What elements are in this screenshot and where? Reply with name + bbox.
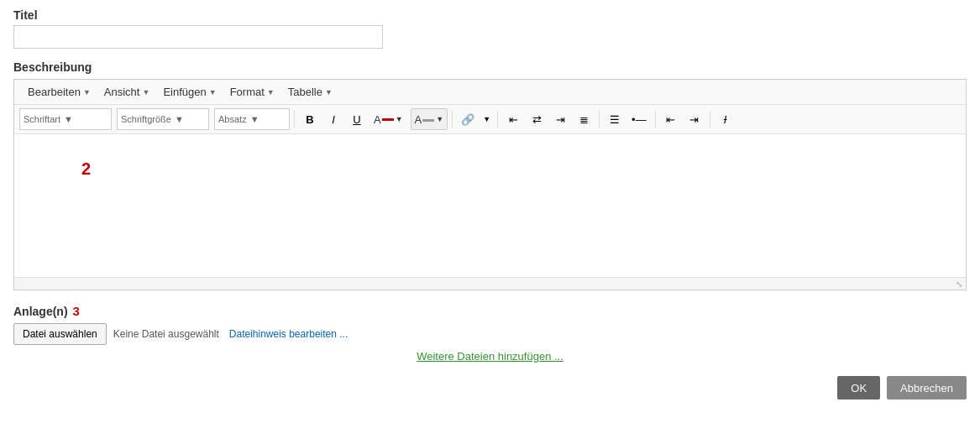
edit-hint-link[interactable]: Dateihinweis bearbeiten ... (229, 328, 348, 340)
font-size-select[interactable]: Schriftgröße ▼ (117, 108, 209, 130)
font-color-arrow[interactable]: ▼ (396, 115, 403, 123)
toolbar-sep-3 (497, 111, 498, 128)
editor-placeholder-number: 2 (81, 159, 91, 179)
align-right-icon: ⇥ (556, 113, 565, 126)
ansicht-arrow: ▼ (142, 88, 149, 97)
einfuegen-arrow: ▼ (209, 88, 217, 97)
anlage-label: Anlage(n) 3 (13, 304, 967, 318)
highlight-color-button[interactable]: A ▼ (411, 108, 448, 130)
add-files-link[interactable]: Weitere Dateien hinzufügen ... (13, 350, 967, 363)
link-button[interactable]: 🔗 (457, 108, 479, 130)
ok-button[interactable]: OK (837, 376, 880, 400)
ordered-list-button[interactable]: ☰ (604, 108, 626, 130)
align-right-button[interactable]: ⇥ (549, 108, 571, 130)
font-color-indicator (382, 118, 394, 121)
toolbar-sep-6 (710, 111, 710, 128)
anlage-row: Datei auswählen Keine Datei ausgewählt D… (13, 323, 967, 345)
editor-container: Bearbeiten ▼ Ansicht ▼ Einfügen ▼ Format… (13, 79, 967, 290)
unordered-list-icon: •— (631, 113, 647, 126)
outdent-icon: ⇤ (666, 113, 675, 126)
add-files-row[interactable]: Weitere Dateien hinzufügen ... (13, 350, 967, 363)
align-left-button[interactable]: ⇤ (502, 108, 524, 130)
align-center-icon: ⇄ (532, 113, 542, 126)
highlight-color-arrow[interactable]: ▼ (436, 115, 443, 123)
font-family-select[interactable]: Schriftart ▼ (19, 108, 112, 130)
italic-button[interactable]: I (322, 108, 344, 130)
bold-button[interactable]: B (299, 108, 321, 130)
indent-button[interactable]: ⇥ (684, 108, 705, 130)
menu-tabelle[interactable]: Tabelle ▼ (281, 83, 339, 101)
anlage-section: Anlage(n) 3 Datei auswählen Keine Datei … (13, 304, 967, 363)
align-center-button[interactable]: ⇄ (526, 108, 548, 130)
paragraph-select[interactable]: Absatz ▼ (214, 108, 290, 130)
beschreibung-label: Beschreibung (13, 60, 967, 74)
menu-format[interactable]: Format ▼ (223, 83, 281, 101)
font-color-button[interactable]: A ▼ (369, 108, 407, 130)
menu-einfuegen[interactable]: Einfügen ▼ (156, 83, 223, 101)
titel-input[interactable] (13, 25, 383, 49)
editor-menubar: Bearbeiten ▼ Ansicht ▼ Einfügen ▼ Format… (14, 80, 966, 105)
outdent-button[interactable]: ⇤ (660, 108, 682, 130)
menu-ansicht[interactable]: Ansicht ▼ (97, 83, 157, 101)
align-justify-icon: ≣ (579, 113, 589, 126)
clear-format-button[interactable]: I (715, 108, 736, 130)
link-dropdown-button[interactable]: ▼ (480, 108, 493, 130)
ordered-list-icon: ☰ (610, 113, 620, 126)
clear-format-icon: I (724, 113, 727, 126)
file-choose-button[interactable]: Datei auswählen (13, 323, 107, 345)
underline-button[interactable]: U (346, 108, 368, 130)
editor-toolbar: Schriftart ▼ Schriftgröße ▼ Absatz ▼ B I… (14, 105, 966, 134)
format-arrow: ▼ (267, 88, 275, 97)
menu-bearbeiten[interactable]: Bearbeiten ▼ (21, 83, 97, 101)
link-dropdown-arrow: ▼ (483, 115, 490, 123)
align-justify-button[interactable]: ≣ (573, 108, 595, 130)
link-icon: 🔗 (461, 113, 474, 126)
toolbar-sep-5 (655, 111, 656, 128)
tabelle-arrow: ▼ (325, 88, 333, 97)
toolbar-sep-2 (452, 111, 453, 128)
titel-label-text: Titel (13, 8, 38, 22)
bottom-buttons: OK Abbrechen (13, 376, 967, 400)
align-left-icon: ⇤ (509, 113, 518, 126)
anlage-number: 3 (73, 304, 80, 318)
resize-handle-icon[interactable]: ⤡ (956, 279, 964, 288)
no-file-text: Keine Datei ausgewählt (113, 328, 219, 340)
toolbar-sep-1 (294, 111, 295, 128)
editor-body[interactable]: 2 (14, 134, 966, 277)
unordered-list-button[interactable]: •— (627, 108, 651, 130)
highlight-color-indicator (422, 119, 434, 122)
editor-resize-bar: ⤡ (14, 277, 966, 290)
toolbar-sep-4 (599, 111, 600, 128)
titel-field-label: Titel (13, 8, 967, 22)
indent-icon: ⇥ (689, 113, 699, 126)
cancel-button[interactable]: Abbrechen (887, 376, 967, 400)
bearbeiten-arrow: ▼ (83, 88, 91, 97)
